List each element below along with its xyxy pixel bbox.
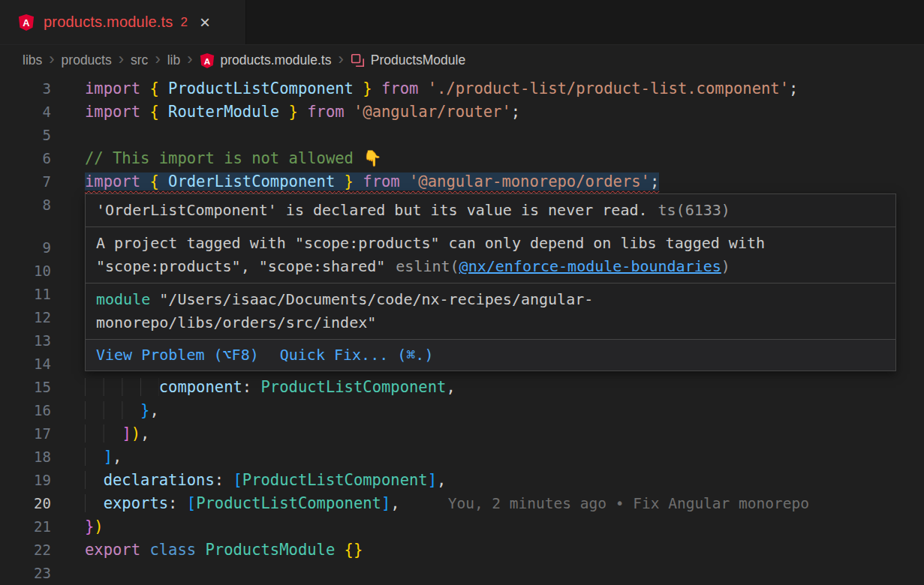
code-line[interactable]: 6// This import is not allowed 👇 bbox=[0, 147, 924, 170]
code-token: import bbox=[85, 172, 140, 190]
code-token: class bbox=[149, 541, 196, 559]
line-number[interactable]: 12 bbox=[0, 306, 85, 329]
line-number[interactable]: 18 bbox=[0, 446, 85, 469]
code-line[interactable]: 15 component: ProductListComponent, bbox=[0, 376, 924, 399]
code-token: } bbox=[140, 401, 149, 419]
breadcrumb-item[interactable]: lib bbox=[167, 52, 181, 68]
code-token: '@angular-monorepo/orders' bbox=[409, 172, 650, 190]
line-number[interactable]: 15 bbox=[0, 376, 85, 399]
code-token: } bbox=[345, 172, 354, 190]
line-number[interactable]: 23 bbox=[0, 562, 85, 585]
code-token bbox=[85, 494, 104, 512]
module-path-line2: monorepo/libs/orders/src/index" bbox=[96, 311, 885, 334]
breadcrumb-item[interactable]: src bbox=[131, 52, 148, 68]
code-token bbox=[159, 80, 168, 98]
code-content bbox=[85, 124, 924, 147]
vscode-window: A products.module.ts 2 × libs›products›s… bbox=[0, 0, 924, 585]
code-token: ] bbox=[381, 494, 390, 512]
tab-products-module[interactable]: A products.module.ts 2 × bbox=[0, 0, 246, 44]
breadcrumb-item[interactable]: products bbox=[62, 52, 112, 68]
close-icon[interactable]: × bbox=[200, 14, 210, 32]
line-number[interactable]: 21 bbox=[0, 515, 85, 538]
breadcrumb-label: ProductsModule bbox=[371, 52, 465, 68]
breadcrumb-label: products.module.ts bbox=[221, 52, 332, 68]
line-number[interactable]: 4 bbox=[0, 100, 85, 124]
code-token: ProductListComponent bbox=[261, 378, 447, 396]
chevron-right-icon: › bbox=[187, 51, 192, 70]
line-number[interactable]: 8 bbox=[0, 194, 85, 217]
hover-ts-diagnostic: 'OrderListComponent' is declared but its… bbox=[86, 194, 895, 227]
code-line[interactable]: 3import { ProductListComponent } from '.… bbox=[0, 77, 924, 100]
line-number[interactable]: 14 bbox=[0, 352, 85, 376]
breadcrumb-item[interactable]: ProductsModule bbox=[351, 52, 465, 68]
line-number[interactable]: 22 bbox=[0, 538, 85, 562]
code-line[interactable]: 21}) bbox=[0, 515, 924, 538]
code-line[interactable]: 17 ]), bbox=[0, 422, 924, 446]
code-token bbox=[85, 424, 122, 442]
code-token: } bbox=[363, 80, 372, 98]
line-number[interactable]: 13 bbox=[0, 329, 85, 352]
eslint-rule-link[interactable]: @nx/enforce-module-boundaries bbox=[459, 257, 721, 275]
line-number[interactable]: 11 bbox=[0, 283, 85, 306]
code-line[interactable]: 5 bbox=[0, 124, 924, 147]
line-number[interactable]: 5 bbox=[0, 124, 85, 147]
code-content: import { OrderListComponent } from '@ang… bbox=[85, 170, 924, 194]
code-content bbox=[85, 562, 924, 585]
code-token: ; bbox=[789, 80, 798, 98]
code-line[interactable]: 4import { RouterModule } from '@angular/… bbox=[0, 100, 924, 124]
code-line[interactable]: 18 ], bbox=[0, 446, 924, 469]
code-content: ]), bbox=[85, 422, 924, 446]
code-token: ProductListComponent bbox=[196, 494, 381, 512]
line-number[interactable]: 7 bbox=[0, 170, 85, 194]
code-token bbox=[85, 471, 104, 489]
view-problem-action[interactable]: View Problem (⌥F8) bbox=[96, 344, 259, 367]
code-line[interactable]: 7import { OrderListComponent } from '@an… bbox=[0, 170, 924, 194]
breadcrumb-item[interactable]: Aproducts.module.ts bbox=[200, 52, 332, 69]
code-token bbox=[354, 80, 363, 98]
code-token: : bbox=[215, 471, 233, 489]
code-token: import bbox=[85, 103, 140, 121]
git-blame-annotation: You, 2 minutes ago • Fix Angular monorep… bbox=[448, 495, 809, 512]
hover-eslint-diagnostic: A project tagged with "scope:products" c… bbox=[86, 227, 895, 284]
code-token bbox=[372, 80, 381, 98]
code-token: from bbox=[363, 172, 399, 190]
code-token: import bbox=[85, 80, 140, 98]
code-token bbox=[140, 103, 149, 121]
line-number[interactable]: 6 bbox=[0, 147, 85, 170]
breadcrumb-label: products bbox=[62, 52, 112, 68]
code-line[interactable]: 22export class ProductsModule {} bbox=[0, 538, 924, 562]
code-token: ; bbox=[511, 103, 520, 121]
code-token: } bbox=[289, 103, 298, 121]
code-token bbox=[335, 172, 344, 190]
line-number[interactable]: 19 bbox=[0, 469, 85, 492]
breadcrumb-item[interactable]: libs bbox=[23, 52, 42, 68]
quick-fix-action[interactable]: Quick Fix... (⌘.) bbox=[280, 344, 434, 367]
code-token: // This import is not allowed 👇 bbox=[85, 149, 382, 167]
code-token bbox=[85, 448, 104, 466]
eslint-source-prefix: eslint( bbox=[396, 257, 459, 275]
code-token: , bbox=[446, 378, 455, 396]
chevron-right-icon: › bbox=[338, 51, 343, 70]
code-content: }, bbox=[85, 399, 924, 422]
code-token: ] bbox=[428, 471, 437, 489]
line-number[interactable]: 10 bbox=[0, 260, 85, 283]
code-line[interactable]: 23 bbox=[0, 562, 924, 585]
chevron-right-icon: › bbox=[155, 51, 160, 70]
code-line[interactable]: 20 exports: [ProductListComponent],You, … bbox=[0, 492, 924, 515]
code-line[interactable]: 19 declarations: [ProductListComponent], bbox=[0, 469, 924, 492]
line-number[interactable]: 9 bbox=[0, 236, 85, 260]
line-number[interactable]: 16 bbox=[0, 399, 85, 422]
code-token: ProductListComponent bbox=[168, 80, 354, 98]
line-number[interactable]: 3 bbox=[0, 77, 85, 100]
eslint-source-suffix: ) bbox=[721, 257, 730, 275]
code-token: { bbox=[149, 80, 158, 98]
line-number[interactable]: 17 bbox=[0, 422, 85, 446]
code-line[interactable]: 16 }, bbox=[0, 399, 924, 422]
line-number[interactable]: 20 bbox=[0, 492, 85, 515]
code-token: } bbox=[85, 518, 94, 536]
code-token: ) bbox=[131, 424, 140, 442]
eslint-message-line1: A project tagged with "scope:products" c… bbox=[96, 232, 885, 255]
breadcrumb-label: src bbox=[131, 52, 148, 68]
code-token: from bbox=[307, 103, 344, 121]
code-token: component bbox=[159, 378, 242, 396]
